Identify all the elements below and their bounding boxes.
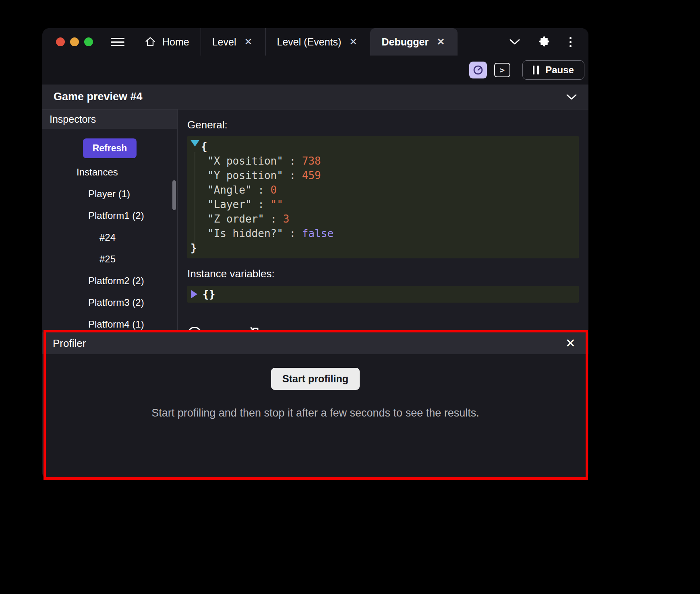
close-icon[interactable]: ✕ [563, 336, 578, 350]
start-profiling-button[interactable]: Start profiling [271, 368, 360, 390]
instance-variables-value: {} [203, 288, 215, 300]
app-window: Home Level ✕ Level (Events) ✕ Debugger ✕ [42, 28, 588, 480]
tree-item-platform4[interactable]: Platform4 (1) [42, 314, 177, 332]
help-row: ? Help [187, 327, 579, 332]
json-property-row: "Is hidden?" : false [187, 226, 574, 241]
tab-label: Level (Events) [277, 36, 342, 48]
json-close-brace: } [187, 241, 574, 255]
titlebar-actions [509, 28, 588, 56]
maximize-window-button[interactable] [84, 37, 93, 46]
profiler-header: Profiler ✕ [42, 332, 588, 354]
json-open-brace: { [187, 139, 574, 154]
close-tab-icon[interactable]: ✕ [242, 35, 254, 48]
tree-item-instances[interactable]: Instances [42, 161, 177, 183]
close-window-button[interactable] [56, 37, 65, 46]
instance-variables-view: {} [187, 286, 579, 303]
home-icon [145, 36, 156, 47]
json-value: "" [271, 197, 283, 212]
tab-home[interactable]: Home [133, 28, 201, 56]
debugger-toolbar: > Pause [42, 56, 588, 85]
tree-guide-line [195, 152, 195, 245]
chevron-down-icon[interactable] [566, 94, 577, 100]
json-key: "Is hidden?" [207, 226, 283, 241]
tree-item-instance-24[interactable]: #24 [42, 227, 177, 248]
tab-level[interactable]: Level ✕ [201, 28, 265, 56]
open-brace: { [201, 139, 207, 154]
extensions-puzzle-icon[interactable] [538, 36, 550, 48]
titlebar: Home Level ✕ Level (Events) ✕ Debugger ✕ [42, 28, 588, 56]
expander-right-icon[interactable] [191, 290, 197, 298]
game-preview-dropdown[interactable]: Game preview #4 [42, 85, 588, 109]
tab-label: Level [212, 36, 236, 48]
tab-level-events[interactable]: Level (Events) ✕ [265, 28, 371, 56]
pin-off-icon[interactable] [249, 327, 262, 332]
inspector-detail-panel: General: { "X position" : 738 "Y positio… [178, 109, 588, 332]
inspectors-header: Inspectors [42, 109, 177, 129]
pause-label: Pause [545, 64, 574, 76]
gauge-icon[interactable] [469, 62, 487, 78]
minimize-window-button[interactable] [70, 37, 79, 46]
tree-item-player[interactable]: Player (1) [42, 183, 177, 205]
tree-item-platform2[interactable]: Platform2 (2) [42, 270, 177, 292]
json-value: 459 [302, 168, 321, 183]
console-icon[interactable]: > [494, 63, 510, 77]
chevron-down-icon[interactable] [509, 39, 520, 45]
hamburger-menu-icon[interactable] [111, 38, 124, 46]
json-property-row: "Layer" : "" [187, 197, 574, 212]
close-brace: } [191, 241, 197, 255]
tab-debugger[interactable]: Debugger ✕ [370, 28, 458, 56]
tree-item-instance-25[interactable]: #25 [42, 248, 177, 270]
profiler-panel: Profiler ✕ Start profiling Start profili… [42, 332, 588, 480]
refresh-button[interactable]: Refresh [83, 138, 137, 158]
instance-variables-label: Instance variables: [187, 268, 579, 280]
console-glyph: > [500, 65, 505, 75]
json-key: "Layer" [207, 197, 252, 212]
debugger-main: Inspectors Refresh Instances Player (1) … [42, 109, 588, 332]
tree-item-platform3[interactable]: Platform3 (2) [42, 292, 177, 314]
json-key: "X position" [207, 154, 283, 168]
inspectors-panel: Inspectors Refresh Instances Player (1) … [42, 109, 178, 332]
json-property-row: "X position" : 738 [187, 154, 574, 168]
json-key: "Z order" [207, 212, 264, 226]
json-value: false [302, 226, 333, 241]
json-property-row: "Y position" : 459 [187, 168, 574, 183]
help-button[interactable]: ? Help [187, 327, 231, 332]
json-key: "Angle" [207, 183, 252, 197]
json-property-row: "Z order" : 3 [187, 212, 574, 226]
json-property-row: "Angle" : 0 [187, 183, 574, 197]
tab-label: Debugger [381, 36, 429, 48]
json-value: 0 [271, 183, 277, 197]
general-section-label: General: [187, 119, 579, 131]
json-key: "Y position" [207, 168, 283, 183]
tab-label: Home [162, 36, 189, 48]
tree-item-platform1[interactable]: Platform1 (2) [42, 205, 177, 227]
kebab-menu-icon[interactable] [568, 35, 573, 49]
close-tab-icon[interactable]: ✕ [348, 35, 359, 48]
tab-bar: Home Level ✕ Level (Events) ✕ Debugger ✕ [133, 28, 458, 56]
help-icon: ? [187, 327, 202, 332]
profiler-body: Start profiling Start profiling and then… [42, 354, 588, 480]
scrollbar[interactable] [172, 180, 176, 210]
profiler-title: Profiler [53, 337, 86, 350]
json-value: 3 [283, 212, 290, 226]
help-label: Help [208, 328, 231, 333]
close-tab-icon[interactable]: ✕ [435, 35, 446, 48]
general-json-view: { "X position" : 738 "Y position" : 459 … [187, 136, 579, 258]
game-preview-title: Game preview #4 [54, 91, 143, 103]
pause-button[interactable]: Pause [522, 60, 584, 80]
traffic-lights [42, 28, 93, 56]
profiler-hint-text: Start profiling and then stop it after a… [151, 407, 479, 419]
pause-icon [533, 66, 539, 74]
json-value: 738 [302, 154, 321, 168]
